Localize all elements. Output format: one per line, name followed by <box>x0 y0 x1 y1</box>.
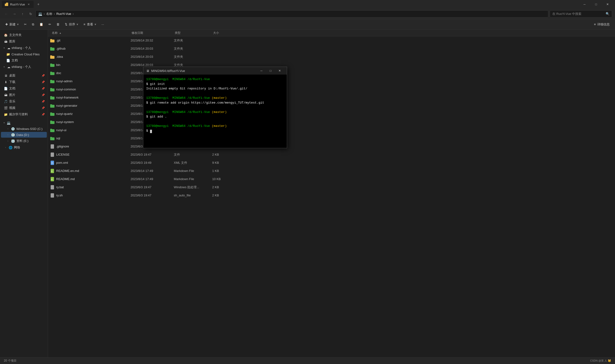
cut-btn[interactable]: ✂ <box>22 21 29 28</box>
table-row[interactable]: ruoyi-common 2023/8/14 20:03 文件夹 <box>48 85 615 93</box>
table-row[interactable]: MD README.en.md 2023/8/14 17:49 Markdown… <box>48 167 615 175</box>
table-row[interactable]: ruoyi-quartz 2023/8/14 20:03 文件夹 <box>48 110 615 118</box>
sidebar-item-docs[interactable]: 📄 文档 <box>1 57 47 64</box>
col-header-name[interactable]: 名称 ▲ <box>50 31 132 35</box>
sidebar-group-shiliang2[interactable]: ▾ ☁ shiliang - 个人 <box>1 64 47 70</box>
table-row[interactable]: ry.sh 2023/6/3 19:47 sh_auto_file 2 KB <box>48 191 615 199</box>
refresh-btn[interactable]: ↻ <box>27 11 34 17</box>
path-data-d[interactable]: 名称 <box>46 12 52 16</box>
rename-btn[interactable]: ✏ <box>46 21 54 28</box>
table-row[interactable]: MD README.md 2023/8/14 17:49 Markdown Fi… <box>48 175 615 183</box>
file-icon <box>50 193 55 198</box>
table-row[interactable]: ruoyi-ui 2023/8/14 20:04 文件夹 <box>48 126 615 134</box>
file-name: README.md <box>56 177 131 181</box>
terminal-line: $ git add . <box>146 114 284 119</box>
sidebar-item-desktop[interactable]: 🖥 桌面 📌 <box>1 72 47 79</box>
sidebar-item-pictures[interactable]: 🏔 图片 📌 <box>1 92 47 98</box>
tab-ruoyi-vue[interactable]: RuoYi-Vue ✕ <box>2 1 34 8</box>
file-type: sh_auto_file <box>174 194 212 197</box>
sidebar-item-creative-cloud[interactable]: 📁 Creative Cloud Files <box>1 51 47 57</box>
table-row[interactable]: ry.bat 2023/6/3 19:47 Windows 批处理... 2 K… <box>48 183 615 191</box>
delete-btn[interactable]: 🗑 <box>54 21 62 28</box>
col-header-size[interactable]: 大小 <box>213 31 237 35</box>
copy-btn[interactable]: ⧉ <box>29 21 37 28</box>
file-type: XML 文件 <box>174 161 212 165</box>
table-row[interactable]: .gitignore 2023/6/3 19:47 <box>48 143 615 151</box>
file-type: Markdown File <box>174 169 212 173</box>
new-chevron: ▾ <box>17 23 19 26</box>
view-label: 查看 <box>87 22 93 27</box>
expand-icon-network: › <box>4 146 7 149</box>
file-date: 2023/6/3 19:49 <box>131 161 174 165</box>
file-name: sql <box>56 136 131 140</box>
minimize-btn[interactable]: ─ <box>579 0 590 8</box>
sort-btn[interactable]: ⇅ 排序 ▾ <box>62 21 81 28</box>
file-icon <box>50 185 55 190</box>
sidebar-item-gallery[interactable]: 🏔 图库 <box>1 38 47 45</box>
terminal-maximize-btn[interactable]: □ <box>266 68 275 74</box>
svg-rect-27 <box>51 153 54 157</box>
sidebar-item-daer[interactable]: 📁 戴尔学习资料 📌 <box>1 111 47 117</box>
new-btn[interactable]: ✚ 新建 ▾ <box>3 21 21 28</box>
sidebar-item-documents[interactable]: 📄 文档 📌 <box>1 85 47 91</box>
new-tab-btn[interactable]: + <box>35 1 42 8</box>
table-row[interactable]: sql 2023/8/14 20:04 文件夹 <box>48 134 615 143</box>
table-row[interactable]: ruoyi-admin 2023/8/14 20:03 文件夹 <box>48 77 615 85</box>
table-row[interactable]: .git 2023/8/14 20:32 文件夹 <box>48 37 615 45</box>
sidebar-group-shiliang[interactable]: ▾ ☁ shiliang - 个人 <box>1 45 47 51</box>
file-name: LICENSE <box>56 153 131 156</box>
sidebar-item-windows-ssd[interactable]: › 💿 Windows-SSD (C:) <box>1 126 47 132</box>
sidebar-item-data-e[interactable]: › 💽 资料 (E:) <box>1 138 47 144</box>
terminal-close-btn[interactable]: ✕ <box>275 68 284 74</box>
terminal-minimize-btn[interactable]: ─ <box>257 68 266 74</box>
sidebar-desktop-label: 桌面 <box>9 73 15 78</box>
up-btn[interactable]: ↑ <box>19 11 26 17</box>
maximize-btn[interactable]: □ <box>590 0 601 8</box>
table-row[interactable]: bin 2023/8/14 20:03 文件夹 <box>48 61 615 69</box>
sidebar-item-videos[interactable]: 🎬 视频 📌 <box>1 105 47 111</box>
search-box[interactable]: 在 RuoYi-Vue 中搜索 🔍 <box>550 10 612 17</box>
sidebar-item-downloads[interactable]: ⬇ 下载 📌 <box>1 79 47 85</box>
col-header-type[interactable]: 类型 <box>175 31 213 35</box>
path-computer-icon: 💻 <box>38 12 42 16</box>
table-row[interactable]: .github 2023/8/14 20:03 文件夹 <box>48 45 615 53</box>
back-btn[interactable]: ← <box>3 11 10 17</box>
pin-icon-documents: 📌 <box>41 87 45 90</box>
file-type: 文件 <box>174 153 212 157</box>
table-row[interactable]: .idea 2023/8/14 20:03 文件夹 <box>48 53 615 61</box>
sidebar-item-data-d[interactable]: › 💽 Data (D:) <box>1 132 47 138</box>
sidebar-network-label: 网络 <box>14 145 20 150</box>
forward-btn[interactable]: → <box>11 11 18 17</box>
file-size: 2 KB <box>212 194 236 197</box>
table-row[interactable]: ruoyi-generator 2023/8/14 20:03 文件夹 <box>48 102 615 110</box>
terminal-line: 13780@mengyi MINGW64 /d/RuoYi-Vue (maste… <box>146 124 284 129</box>
sidebar-group-drives[interactable]: ▾ 💻 <box>1 120 47 126</box>
table-row[interactable]: doc 2023/8/14 20:03 文件夹 <box>48 69 615 77</box>
sidebar-item-home[interactable]: 🏠 主文件夹 <box>1 32 47 38</box>
sidebar-item-music[interactable]: 🎵 音乐 📌 <box>1 98 47 104</box>
table-row[interactable]: LICENSE 2023/6/3 19:47 文件 2 KB <box>48 151 615 159</box>
table-row[interactable]: ruoyi-system 2023/8/14 20:03 文件夹 <box>48 118 615 126</box>
details-btn[interactable]: ≡ 详细信息 <box>591 21 612 28</box>
table-row[interactable]: ruoyi-framework 2023/8/14 20:03 文件夹 <box>48 93 615 102</box>
svg-rect-11 <box>50 80 52 81</box>
file-name: ry.sh <box>56 194 131 197</box>
view-btn[interactable]: ≡ 查看 ▾ <box>81 21 99 28</box>
file-name: .gitignore <box>56 144 131 148</box>
window-close-btn[interactable]: ✕ <box>602 0 613 8</box>
more-btn[interactable]: ··· <box>99 21 107 28</box>
terminal-line <box>146 105 284 110</box>
pin-icon-pictures: 📌 <box>41 93 45 97</box>
terminal-line <box>146 91 284 96</box>
table-row[interactable]: XML pom.xml 2023/6/3 19:49 XML 文件 9 KB <box>48 159 615 167</box>
col-size-label: 大小 <box>213 31 219 35</box>
paste-btn[interactable]: 📋 <box>37 21 46 28</box>
file-icon: MD <box>50 177 55 182</box>
details-label: 详细信息 <box>597 22 610 27</box>
col-header-date[interactable]: 修改日期 <box>132 31 175 35</box>
sidebar-item-network[interactable]: › 🌐 网络 <box>1 144 47 151</box>
creative-cloud-icon: 📁 <box>6 52 10 56</box>
terminal-controls: ─ □ ✕ <box>257 68 284 74</box>
tab-close-btn[interactable]: ✕ <box>27 2 31 6</box>
address-path[interactable]: 💻 › 名称 › RuoYi-Vue › <box>36 10 548 17</box>
